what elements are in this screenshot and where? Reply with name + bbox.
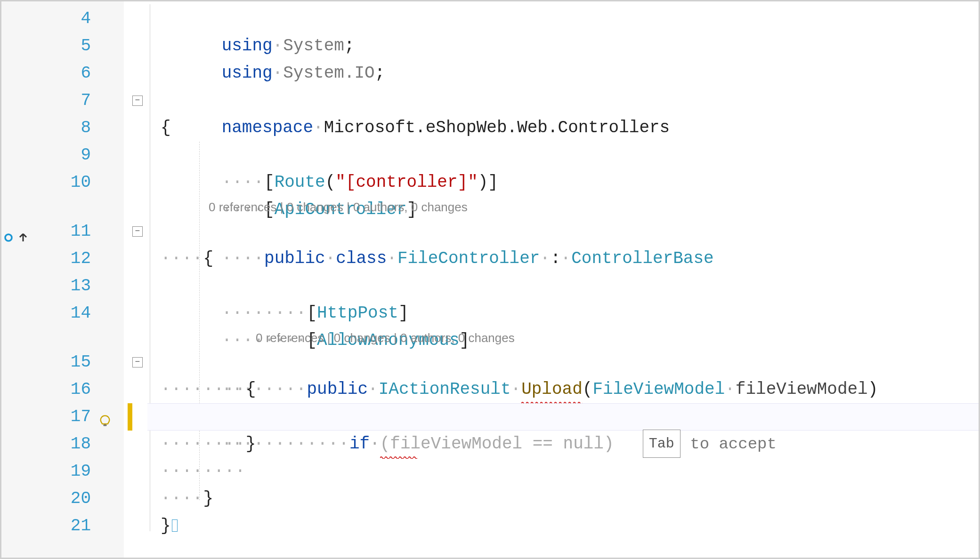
line-number: 16 [30, 376, 91, 403]
text-cursor [172, 519, 178, 532]
code-line[interactable]: 18 ········} [1, 431, 979, 458]
code-line[interactable]: 5 using·System.IO; [1, 32, 979, 60]
code-line[interactable]: 19 ········ [1, 458, 979, 485]
fold-toggle-icon[interactable]: − [132, 226, 143, 237]
line-number: 14 [30, 300, 91, 327]
line-number: 12 [30, 245, 91, 272]
codelens[interactable]: 0 references | 0 changes | 0 authors, 0 … [1, 327, 979, 349]
codelens-text[interactable]: 0 references | 0 changes | 0 authors, 0 … [209, 196, 468, 218]
lightbulb-icon[interactable] [98, 410, 112, 423]
line-number: 11 [30, 218, 91, 245]
line-number: 8 [30, 114, 91, 142]
line-number: 13 [30, 272, 91, 300]
code-line[interactable]: 6 [1, 60, 979, 87]
code-line[interactable]: 7 − namespace·Microsoft.eShopWeb.Web.Con… [1, 87, 979, 114]
line-number: 20 [30, 485, 91, 512]
line-number: 19 [30, 458, 91, 485]
code-line[interactable]: 12 ····{ [1, 245, 979, 272]
code-line[interactable]: 20 ····} [1, 485, 979, 512]
code-line[interactable]: 9 ····[Route("[controller]")] [1, 142, 979, 169]
code-line[interactable]: 10 ····[ApiController] [1, 169, 979, 196]
line-number: 10 [30, 169, 91, 196]
svg-point-0 [5, 234, 12, 241]
navigate-up-icon[interactable] [17, 225, 29, 237]
change-indicator [128, 403, 132, 431]
line-number: 21 [30, 512, 91, 540]
line-number: 9 [30, 142, 91, 169]
line-number: 6 [30, 60, 91, 87]
fold-toggle-icon[interactable]: − [132, 357, 143, 367]
code-line[interactable]: 15 − ········public·IActionResult·Upload… [1, 349, 979, 376]
code-line[interactable]: 8 { [1, 114, 979, 142]
svg-rect-1 [104, 424, 107, 426]
code-line[interactable]: 4 using·System; [1, 5, 979, 32]
line-number: 15 [30, 349, 91, 376]
code-line[interactable]: 11 − ····public·class·FileController·:·C… [1, 218, 979, 245]
fold-toggle-icon[interactable]: − [132, 96, 143, 106]
codelens-text[interactable]: 0 references | 0 changes | 0 authors, 0 … [256, 327, 515, 349]
codelens[interactable]: 0 references | 0 changes | 0 authors, 0 … [1, 196, 979, 218]
line-number: 18 [30, 431, 91, 458]
code-line[interactable]: 16 ········{ [1, 376, 979, 403]
line-number: 17 [30, 403, 91, 431]
line-number: 4 [30, 5, 91, 32]
line-number: 5 [30, 32, 91, 60]
line-number: 7 [30, 87, 91, 114]
code-line[interactable]: 21 } [1, 512, 979, 540]
code-editor[interactable]: 4 using·System; 5 using·System.IO; 6 7 −… [0, 0, 980, 559]
navigate-target-icon[interactable] [4, 225, 16, 237]
code-line[interactable]: 14 ········[AllowAnonymous] [1, 300, 979, 327]
code-line-active[interactable]: 17 ············if·(fileViewModel == null… [1, 403, 979, 431]
code-line[interactable]: 13 ········[HttpPost] [1, 272, 979, 300]
